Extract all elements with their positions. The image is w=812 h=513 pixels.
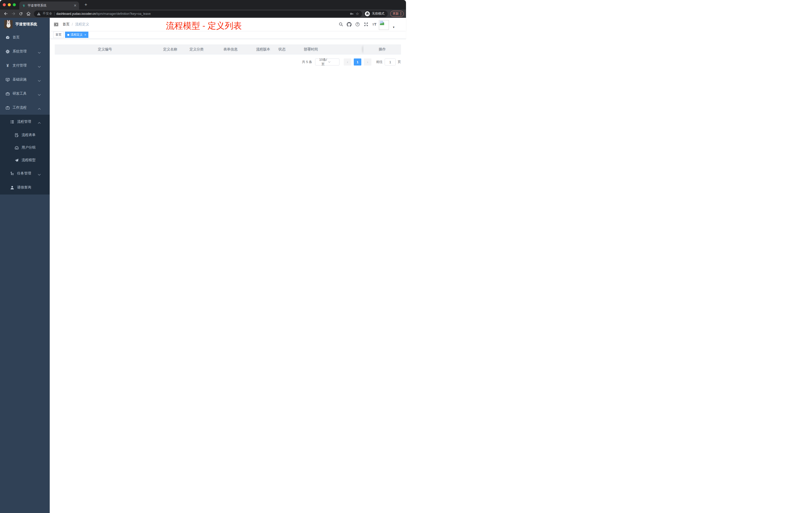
browser-chrome: 芋道管理系统 ✕ + 不安全 dashboard.yudao.iocoder.c… <box>0 0 406 18</box>
address-bar[interactable]: 不安全 dashboard.yudao.iocoder.cn/bpm/manag… <box>34 10 362 17</box>
minimize-window-button[interactable] <box>8 3 11 6</box>
column-header-2: 定义分类 <box>185 44 208 54</box>
sidebar-item-label: 首页 <box>12 35 20 40</box>
breadcrumb-current: 流程定义 <box>75 22 89 27</box>
sidebar-item-0[interactable]: 首页 <box>0 30 50 44</box>
url-host: dashboard.yudao.iocoder.cn <box>57 12 96 16</box>
column-header-5: 状态 <box>273 44 291 54</box>
chevron-down-icon <box>38 79 44 83</box>
breadcrumb-home[interactable]: 首页 <box>62 22 69 27</box>
new-tab-button[interactable]: + <box>83 2 89 8</box>
sidebar-item-10[interactable]: 任务管理 <box>0 167 50 180</box>
update-label: 更新 <box>393 11 399 16</box>
tab-close-icon[interactable]: ✕ <box>74 3 77 7</box>
column-header-0: 定义编号 <box>55 44 155 54</box>
pagination: 共 5 条 10条/页 ‹ 1 › 前往 1 页 <box>55 58 401 65</box>
briefcase-icon <box>5 105 12 110</box>
column-header-3: 表单信息 <box>208 44 253 54</box>
sidebar-item-label: 任务管理 <box>17 171 31 176</box>
help-icon[interactable]: ? <box>355 22 360 28</box>
tag-close-icon[interactable]: × <box>84 33 86 37</box>
prev-page-button[interactable]: ‹ <box>344 58 351 65</box>
list-icon <box>10 120 17 124</box>
sidebar-item-label: 用户分组 <box>22 145 36 150</box>
sidebar-item-11[interactable]: 请假查询 <box>0 180 50 194</box>
sidebar-item-label: 工作流程 <box>12 105 27 110</box>
sidebar-item-4[interactable]: 研发工具 <box>0 87 50 101</box>
chrome-update-button[interactable]: 更新 <box>390 11 404 17</box>
goto-label: 前往 <box>376 60 383 64</box>
sidebar-logo[interactable]: 芋道管理系统 <box>0 18 50 30</box>
toolbox-icon <box>5 92 12 96</box>
window-controls[interactable] <box>3 3 16 6</box>
sidebar-item-6[interactable]: 流程管理 <box>0 115 50 129</box>
svg-text:?: ? <box>357 23 358 26</box>
column-header-4: 流程版本 <box>253 44 273 54</box>
current-page-button[interactable]: 1 <box>354 58 361 65</box>
security-label[interactable]: 不安全 <box>43 11 52 16</box>
sidebar-item-9[interactable]: 流程模型 <box>0 154 50 167</box>
not-secure-warning-icon[interactable] <box>37 12 41 16</box>
home-icon[interactable] <box>25 10 32 17</box>
chevron-down-icon <box>38 51 44 55</box>
annotation-title: 流程模型 - 定义列表 <box>166 20 242 32</box>
sidebar-menu: 首页系统管理¥支付管理基础设施研发工具工作流程流程管理流程表单用户分组流程模型任… <box>0 30 50 194</box>
sidebar-item-label: 系统管理 <box>12 49 27 54</box>
browser-menu-icon[interactable] <box>401 12 401 15</box>
reload-icon[interactable] <box>17 10 24 17</box>
zoom-window-button[interactable] <box>13 3 16 6</box>
sidebar-item-label: 流程管理 <box>17 119 31 124</box>
user-icon <box>10 185 17 190</box>
sidebar-item-7[interactable]: 流程表单 <box>0 129 50 141</box>
main-area: 首页 / 流程定义 ? TT ▼ 流程模型 - 定义列表 首页流程定义× 定义编… <box>50 18 406 256</box>
incognito-badge: 无痕模式 <box>364 10 388 17</box>
sidebar-item-2[interactable]: ¥支付管理 <box>0 58 50 72</box>
back-icon[interactable] <box>2 10 9 17</box>
incognito-icon <box>365 11 370 16</box>
incognito-label: 无痕模式 <box>372 11 384 16</box>
tag-0[interactable]: 首页 <box>53 32 64 38</box>
page-url[interactable]: dashboard.yudao.iocoder.cn/bpm/manager/d… <box>57 12 151 16</box>
font-size-icon[interactable]: TT <box>372 22 377 27</box>
hamburger-icon[interactable] <box>50 22 62 27</box>
tab-favicon-icon <box>22 4 26 7</box>
sidebar-item-label: 流程表单 <box>22 133 36 137</box>
tag-1[interactable]: 流程定义× <box>65 32 88 38</box>
goto-page-input[interactable]: 1 <box>385 58 396 65</box>
svg-text:T: T <box>372 23 374 26</box>
tags-view-bar: 首页流程定义× <box>50 31 406 39</box>
broken-image-icon <box>379 21 385 26</box>
tab-title: 芋道管理系统 <box>28 3 71 8</box>
sidebar-item-3[interactable]: 基础设施 <box>0 72 50 87</box>
header-filler <box>331 44 363 54</box>
bookmark-star-icon[interactable]: ☆ <box>356 11 359 16</box>
page-size-select[interactable]: 10条/页 <box>315 58 340 65</box>
browser-tab[interactable]: 芋道管理系统 ✕ <box>19 1 79 9</box>
search-icon[interactable] <box>339 22 343 28</box>
password-key-icon[interactable] <box>350 12 354 16</box>
sidebar-item-1[interactable]: 系统管理 <box>0 44 50 58</box>
tag-label: 流程定义 <box>70 33 83 37</box>
github-icon[interactable] <box>347 22 351 28</box>
next-page-button[interactable]: › <box>364 58 371 65</box>
avatar-caret-icon[interactable]: ▼ <box>393 26 395 29</box>
svg-text:¥: ¥ <box>6 63 9 68</box>
chevron-up-icon <box>38 107 44 111</box>
monitor-icon <box>5 78 12 82</box>
active-tag-dot <box>67 34 69 36</box>
sidebar-item-5[interactable]: 工作流程 <box>0 101 50 115</box>
pagination-total: 共 5 条 <box>302 60 312 64</box>
sidebar-item-label: 支付管理 <box>12 63 27 68</box>
forward-icon[interactable] <box>10 10 17 17</box>
app-title: 芋道管理系统 <box>15 22 37 27</box>
sidebar-item-8[interactable]: 用户分组 <box>0 141 50 154</box>
navbar-actions: ? TT ▼ <box>331 18 406 31</box>
user-avatar[interactable] <box>379 20 389 30</box>
fullscreen-icon[interactable] <box>364 22 368 28</box>
column-header-6: 部署时间 <box>291 44 331 54</box>
sidebar-item-label: 研发工具 <box>12 91 27 96</box>
definition-table: 定义编号定义名称定义分类表单信息流程版本状态部署时间操作 <box>55 44 401 55</box>
column-header-7: 操作 <box>363 44 401 54</box>
gear-icon <box>5 50 12 54</box>
close-window-button[interactable] <box>3 3 6 6</box>
